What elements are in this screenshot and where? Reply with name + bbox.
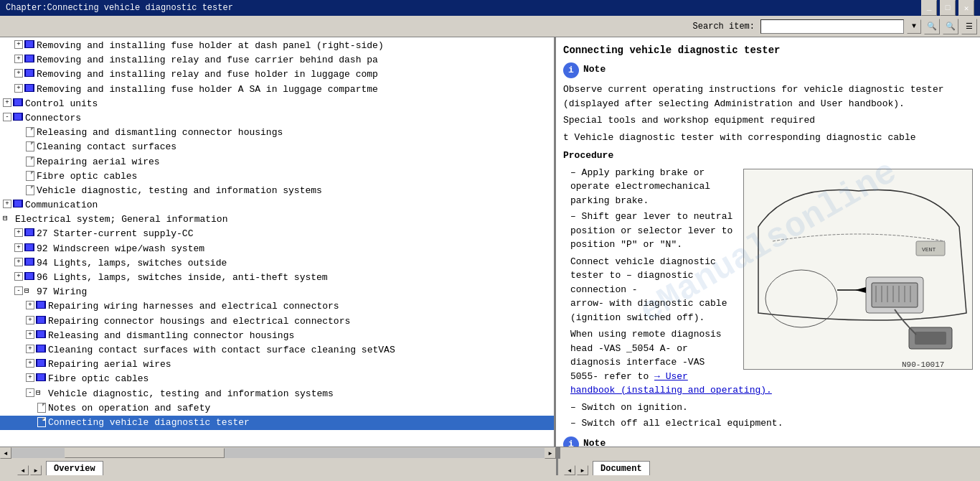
- left-tab-area: ◄ ► Overview: [0, 459, 556, 475]
- expand-icon-26[interactable]: -: [26, 388, 34, 397]
- expand-icon-21[interactable]: +: [26, 316, 34, 324]
- left-scrollbar: ◄ ►: [0, 447, 556, 458]
- book-icon-4: [24, 84, 34, 92]
- book-icon-3: [24, 69, 34, 77]
- book-icon-23: [36, 345, 46, 352]
- menu-button[interactable]: ☰: [961, 19, 977, 34]
- page-icon-10: [26, 171, 34, 181]
- expand-icon-12[interactable]: +: [3, 200, 11, 208]
- search-next-button[interactable]: 🔍: [943, 19, 958, 34]
- right-tab-area: ◄ ► Document: [556, 459, 980, 475]
- step-5: – Switch on ignition.: [570, 401, 973, 415]
- scroll-right-btn[interactable]: ►: [545, 447, 556, 459]
- expand-icon-4[interactable]: +: [14, 84, 23, 93]
- book-icon-17: [24, 258, 34, 266]
- expand-icon-18[interactable]: +: [14, 272, 23, 281]
- toc-label-4: Removing and installing fuse holder A SA…: [37, 83, 378, 96]
- toc-label-17: 94 Lights, lamps, switches outside: [37, 257, 227, 270]
- close-button[interactable]: ✕: [958, 0, 974, 16]
- book-icon-24: [36, 359, 46, 367]
- maximize-button[interactable]: □: [940, 0, 956, 16]
- toc-item-25[interactable]: + Fibre optic cables: [0, 372, 554, 386]
- toc-item-28[interactable]: Connecting vehicle diagnostic tester: [0, 416, 554, 430]
- open-book-icon-13: ⊟: [3, 213, 13, 224]
- toc-item-11[interactable]: Vehicle diagnostic, testing and informat…: [0, 184, 554, 198]
- expand-icon-5[interactable]: +: [3, 98, 11, 107]
- toc-label-1: Removing and installing fuse holder at d…: [37, 39, 384, 52]
- toc-item-22[interactable]: + Releasing and dismantling connector ho…: [0, 329, 554, 343]
- note-icon-2: i: [563, 436, 579, 447]
- toc-item-13[interactable]: ⊟ Electrical system; General information: [0, 213, 554, 227]
- expand-icon-6[interactable]: -: [3, 113, 11, 121]
- toc-item-19[interactable]: - ⊟ 97 Wiring: [0, 285, 554, 299]
- toc-item-3[interactable]: + Removing and installing relay and fuse…: [0, 67, 554, 82]
- toc-item-9[interactable]: Repairing aerial wires: [0, 155, 554, 169]
- toc-label-12: Communication: [25, 199, 98, 212]
- bottom-tab-bar: ◄ ► Overview ◄ ► Document: [0, 458, 980, 475]
- expand-icon-15[interactable]: +: [14, 228, 23, 237]
- toc-item-26[interactable]: - ⊟ Vehicle diagnostic, testing and info…: [0, 387, 554, 401]
- expand-icon-23[interactable]: +: [26, 345, 34, 353]
- scroll-thumb-left[interactable]: [65, 448, 225, 458]
- search-label: Search item:: [693, 22, 755, 32]
- toc-item-7[interactable]: Releasing and dismantling connector hous…: [0, 126, 554, 140]
- search-input[interactable]: [760, 19, 904, 34]
- page-icon-27: [37, 403, 46, 413]
- scroll-area: ◄ ►: [0, 447, 980, 458]
- toc-item-1[interactable]: + Removing and installing fuse holder at…: [0, 39, 554, 53]
- toc-label-13: Electrical system; General information: [15, 213, 227, 226]
- book-icon-22: [36, 330, 46, 338]
- toc-label-27: Notes on operation and safety: [48, 402, 210, 415]
- toc-item-12[interactable]: + Communication: [0, 198, 554, 213]
- toc-item-6[interactable]: - Connectors: [0, 111, 554, 126]
- toc-item-17[interactable]: + 94 Lights, lamps, switches outside: [0, 256, 554, 271]
- toc-item-2[interactable]: + Removing and installing relay and fuse…: [0, 53, 554, 67]
- svg-text:VENT: VENT: [922, 246, 936, 253]
- expand-icon-24[interactable]: +: [26, 359, 34, 368]
- toc-item-24[interactable]: + Repairing aerial wires: [0, 358, 554, 372]
- book-icon-6: [13, 113, 23, 121]
- expand-icon-20[interactable]: +: [26, 301, 34, 309]
- scroll-left-btn[interactable]: ◄: [0, 447, 11, 459]
- toc-item-8[interactable]: Cleaning contact surfaces: [0, 140, 554, 154]
- search-button[interactable]: 🔍: [924, 19, 940, 34]
- toc-item-4[interactable]: + Removing and installing fuse holder A …: [0, 83, 554, 97]
- minimize-button[interactable]: _: [921, 0, 937, 16]
- tab-overview[interactable]: Overview: [46, 461, 103, 475]
- toolbar: Search item: ▼ 🔍 🔍 ☰: [0, 16, 980, 37]
- diagram-box: VENT N90-10017: [743, 169, 973, 370]
- page-icon-9: [26, 157, 34, 167]
- book-icon-5: [13, 98, 23, 106]
- expand-icon-19[interactable]: -: [14, 286, 23, 295]
- toc-label-16: 92 Windscreen wipe/wash system: [37, 243, 204, 256]
- right-nav-prev[interactable]: ◄: [564, 465, 575, 475]
- expand-icon-3[interactable]: +: [14, 69, 23, 78]
- expand-icon-25[interactable]: +: [26, 373, 34, 382]
- handbook-link[interactable]: → User handbook (installing and operatin…: [570, 371, 772, 396]
- expand-icon-1[interactable]: +: [14, 40, 23, 49]
- scroll-track-left: [11, 448, 545, 458]
- left-nav-prev[interactable]: ◄: [17, 465, 29, 475]
- tab-document[interactable]: Document: [593, 461, 650, 475]
- expand-icon-22[interactable]: +: [26, 330, 34, 339]
- toc-item-16[interactable]: + 92 Windscreen wipe/wash system: [0, 242, 554, 256]
- expand-icon-17[interactable]: +: [14, 258, 23, 266]
- toc-item-20[interactable]: + Repairing wiring harnesses and electri…: [0, 299, 554, 314]
- content-panel: eManualsonline Connecting vehicle diagno…: [556, 37, 980, 447]
- note-box-1: i Note: [563, 62, 973, 78]
- toc-item-5[interactable]: + Control units: [0, 97, 554, 111]
- toc-label-10: Fibre optic cables: [37, 170, 137, 183]
- toc-item-21[interactable]: + Repairing connector housings and elect…: [0, 314, 554, 329]
- expand-icon-16[interactable]: +: [14, 243, 23, 252]
- right-nav-next[interactable]: ►: [577, 465, 588, 475]
- expand-icon-2[interactable]: +: [14, 55, 23, 63]
- toc-item-23[interactable]: + Cleaning contact surfaces with contact…: [0, 343, 554, 358]
- toc-item-18[interactable]: + 96 Lights, lamps, switches inside, ant…: [0, 271, 554, 285]
- toc-item-27[interactable]: Notes on operation and safety: [0, 401, 554, 416]
- toc-item-15[interactable]: + 27 Starter-current supply-CC: [0, 227, 554, 241]
- toc-item-10[interactable]: Fibre optic cables: [0, 169, 554, 184]
- search-dropdown[interactable]: ▼: [907, 19, 921, 34]
- left-nav-next[interactable]: ►: [30, 465, 42, 475]
- toc-list: + Removing and installing fuse holder at…: [0, 37, 554, 447]
- book-icon-2: [24, 55, 34, 62]
